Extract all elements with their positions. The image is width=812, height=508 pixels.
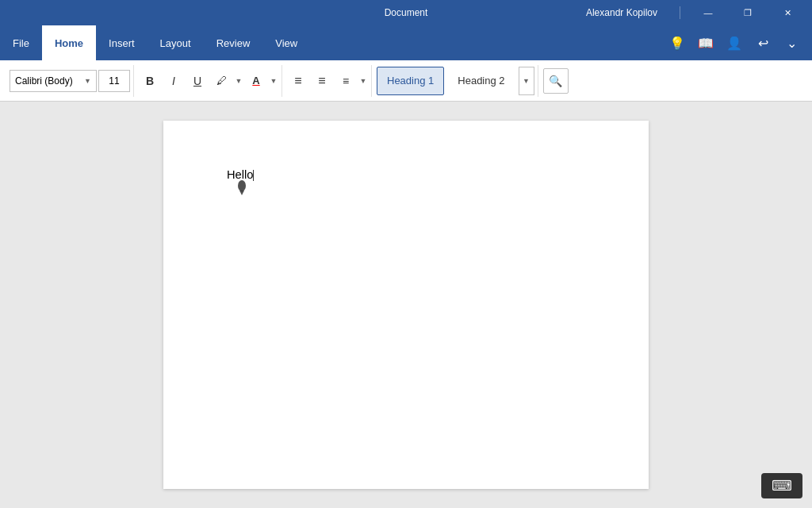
menu-view[interactable]: View — [262, 25, 310, 60]
bullet-list-button[interactable]: ≡ — [287, 70, 309, 92]
align-button[interactable]: ≡ — [335, 70, 357, 92]
search-button[interactable]: 🔍 — [543, 68, 569, 94]
font-group: Calibri (Body) ▼ 11 — [6, 65, 134, 97]
font-size-selector[interactable]: 11 — [98, 70, 130, 92]
user-button[interactable]: 👤 — [723, 32, 745, 54]
document-area[interactable]: Hello — [0, 102, 812, 508]
highlight-button[interactable]: 🖊 — [210, 70, 232, 92]
lightbulb-button[interactable]: 💡 — [666, 32, 688, 54]
font-dropdown-icon: ▼ — [84, 77, 91, 85]
numbered-list-button[interactable]: ≡ — [311, 70, 333, 92]
user-name: Alexandr Kopilov — [586, 7, 657, 18]
restore-button[interactable]: ❐ — [730, 0, 766, 25]
keyboard-button[interactable]: ⌨ — [761, 473, 802, 498]
menu-insert[interactable]: Insert — [96, 25, 147, 60]
menu-bar: File Home Insert Layout Review View 💡 📖 … — [0, 25, 812, 60]
toolbar: Calibri (Body) ▼ 11 B I U 🖊 ▼ A ▼ ≡ ≡ ≡ … — [0, 60, 812, 102]
title-bar-right: Alexandr Kopilov — ❐ ✕ — [586, 0, 806, 25]
document-content[interactable]: Hello — [227, 168, 585, 181]
more-button[interactable]: ⌄ — [780, 32, 802, 54]
format-group: B I U 🖊 ▼ A ▼ — [136, 65, 282, 97]
svg-point-0 — [238, 180, 246, 191]
font-family-selector[interactable]: Calibri (Body) ▼ — [10, 70, 97, 92]
font-color-dropdown[interactable]: ▼ — [269, 70, 278, 92]
list-group: ≡ ≡ ≡ ▼ — [284, 65, 372, 97]
underline-button[interactable]: U — [186, 70, 209, 92]
menu-layout[interactable]: Layout — [147, 25, 204, 60]
heading2-style-button[interactable]: Heading 2 — [447, 67, 515, 95]
undo-button[interactable]: ↩ — [752, 32, 774, 54]
heading1-style-button[interactable]: Heading 1 — [377, 67, 444, 95]
styles-dropdown-icon: ▼ — [523, 77, 530, 85]
italic-button[interactable]: I — [163, 70, 185, 92]
highlight-icon: 🖊 — [216, 75, 227, 87]
align-dropdown[interactable]: ▼ — [358, 70, 368, 92]
svg-marker-1 — [239, 190, 244, 195]
app-title: Document — [385, 7, 428, 18]
menu-file[interactable]: File — [0, 25, 42, 60]
bold-button[interactable]: B — [139, 70, 161, 92]
ink-cursor — [236, 179, 247, 198]
document-page[interactable]: Hello — [163, 121, 649, 489]
highlight-dropdown[interactable]: ▼ — [234, 70, 243, 92]
read-mode-button[interactable]: 📖 — [695, 32, 717, 54]
font-color-button[interactable]: A — [245, 70, 267, 92]
keyboard-icon: ⌨ — [772, 477, 792, 495]
text-cursor — [253, 170, 254, 181]
styles-dropdown[interactable]: ▼ — [519, 67, 534, 95]
menu-home[interactable]: Home — [42, 25, 96, 60]
search-icon: 🔍 — [549, 75, 562, 87]
menu-review[interactable]: Review — [204, 25, 263, 60]
close-button[interactable]: ✕ — [769, 0, 806, 25]
divider — [680, 6, 680, 19]
minimize-button[interactable]: — — [690, 0, 726, 25]
font-color-icon: A — [252, 75, 259, 87]
styles-group: Heading 1 Heading 2 ▼ — [373, 65, 538, 97]
title-bar: Document Alexandr Kopilov — ❐ ✕ — [0, 0, 812, 25]
